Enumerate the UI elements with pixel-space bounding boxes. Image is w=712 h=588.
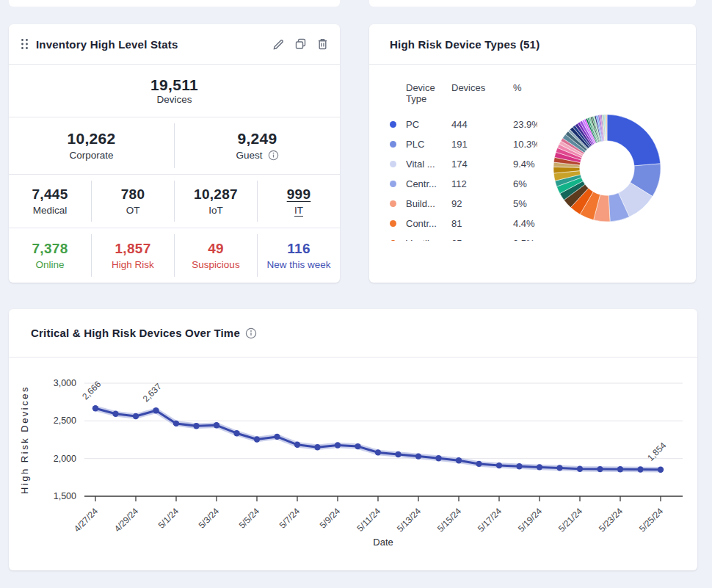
- device-type-label: PLC: [406, 139, 451, 150]
- data-point[interactable]: [294, 442, 300, 448]
- data-point[interactable]: [375, 449, 381, 455]
- data-point[interactable]: [355, 443, 360, 449]
- legend-dot: [390, 240, 396, 241]
- clipped-card-top-right: [369, 0, 696, 7]
- data-point[interactable]: [233, 430, 239, 436]
- device-types-table: DeviceTypeDevices%PC44423.9%PLC19110.3%V…: [390, 82, 537, 241]
- table-row[interactable]: Contr...814.4%: [390, 214, 537, 233]
- data-point[interactable]: [214, 422, 219, 428]
- x-tick-label: 5/5/24: [237, 506, 262, 531]
- clipped-card-top-left: [9, 0, 340, 7]
- legend-dot: [390, 161, 396, 167]
- card-title: Critical & High Risk Devices Over Time: [31, 327, 240, 339]
- data-point[interactable]: [92, 405, 98, 411]
- data-point[interactable]: [556, 465, 562, 471]
- device-pct: 4.4%: [513, 218, 537, 229]
- donut-slice[interactable]: [607, 115, 661, 166]
- info-icon[interactable]: [245, 327, 257, 339]
- dashboard-page: { "inventory_card": { "title": "Inventor…: [0, 0, 712, 588]
- edit-icon[interactable]: [272, 38, 285, 51]
- device-pct: 23.9%: [513, 119, 537, 130]
- point-value-label: 2,666: [80, 379, 103, 402]
- data-point[interactable]: [516, 463, 522, 469]
- table-row[interactable]: Ventil...653.5%: [390, 233, 537, 241]
- total-devices-value: 19,511: [150, 76, 198, 94]
- data-point[interactable]: [637, 466, 643, 472]
- data-point[interactable]: [658, 467, 664, 473]
- table-row[interactable]: PC44423.9%: [390, 115, 537, 134]
- trend-line-halo: [95, 408, 661, 469]
- table-header: DeviceTypeDevices%: [390, 82, 537, 115]
- online-stat: 7,378 Online: [9, 234, 91, 277]
- x-tick-label: 5/7/24: [277, 506, 302, 531]
- x-tick-label: 5/23/24: [597, 506, 625, 534]
- corporate-stat: 10,262 Corporate: [9, 123, 174, 167]
- device-count: 112: [451, 178, 513, 189]
- data-point[interactable]: [577, 466, 583, 472]
- category-row: 7,445 Medical 780 OT 10,287 IoT 999 IT: [9, 175, 340, 228]
- x-tick-label: 5/3/24: [197, 506, 222, 531]
- data-point[interactable]: [314, 444, 320, 450]
- legend-dot: [390, 220, 396, 227]
- device-count: 92: [451, 198, 513, 209]
- guest-value: 9,249: [237, 130, 277, 148]
- copy-icon[interactable]: [295, 38, 307, 50]
- x-tick-label: 4/27/24: [72, 506, 100, 534]
- data-point[interactable]: [335, 442, 341, 448]
- device-pct: 6%: [513, 178, 537, 189]
- data-point[interactable]: [173, 421, 179, 427]
- point-value-label: 2,637: [141, 381, 164, 404]
- device-count: 81: [451, 218, 513, 229]
- trend-chart-area[interactable]: 1,5002,0002,5003,0004/27/244/29/245/1/24…: [9, 357, 697, 570]
- x-tick-label: 4/29/24: [112, 506, 140, 534]
- data-point[interactable]: [456, 457, 462, 463]
- data-point[interactable]: [597, 466, 603, 472]
- corporate-value: 10,262: [67, 130, 115, 148]
- data-point[interactable]: [133, 413, 139, 419]
- data-point[interactable]: [476, 461, 482, 467]
- data-point[interactable]: [112, 411, 118, 417]
- device-pct: 3.5%: [513, 238, 537, 241]
- data-point[interactable]: [617, 466, 623, 472]
- x-tick-label: 5/11/24: [355, 506, 383, 534]
- trend-card: Critical & High Risk Devices Over Time 1…: [9, 309, 697, 570]
- data-point[interactable]: [153, 407, 159, 413]
- device-types-donut-chart[interactable]: [537, 98, 677, 238]
- total-devices-stat: 19,511 Devices: [9, 65, 340, 117]
- inventory-stats-card: Inventory High Level Stats: [9, 24, 340, 283]
- data-point[interactable]: [415, 453, 421, 459]
- guest-label: Guest: [236, 150, 262, 161]
- new-this-week-stat: 116 New this week: [257, 234, 340, 277]
- legend-dot: [390, 181, 396, 187]
- table-row[interactable]: Build...925%: [390, 194, 537, 214]
- device-pct: 10.3%: [513, 139, 537, 150]
- data-point[interactable]: [193, 423, 199, 429]
- data-point[interactable]: [435, 455, 441, 461]
- it-stat-link[interactable]: 999 IT: [257, 181, 340, 222]
- table-row[interactable]: Centr...1126%: [390, 174, 537, 194]
- device-types-card: High Risk Device Types (51) DeviceTypeDe…: [369, 24, 696, 283]
- data-point[interactable]: [274, 434, 280, 440]
- device-count: 174: [451, 159, 513, 170]
- data-point[interactable]: [254, 436, 260, 442]
- inventory-card-header: Inventory High Level Stats: [9, 24, 340, 65]
- x-tick-label: 5/17/24: [476, 506, 504, 534]
- info-icon[interactable]: [268, 150, 279, 161]
- x-axis-title: Date: [373, 537, 393, 548]
- trash-icon[interactable]: [317, 38, 328, 50]
- x-tick-label: 5/21/24: [556, 506, 584, 534]
- data-point[interactable]: [496, 462, 502, 468]
- table-row[interactable]: PLC19110.3%: [390, 134, 537, 154]
- data-point[interactable]: [537, 464, 542, 470]
- drag-handle-icon[interactable]: [21, 38, 29, 50]
- table-row[interactable]: Vital ...1749.4%: [390, 154, 537, 174]
- data-point[interactable]: [395, 451, 401, 457]
- guest-stat: 9,249 Guest: [174, 123, 340, 167]
- x-tick-label: 5/15/24: [435, 506, 463, 534]
- device-type-label: PC: [406, 119, 451, 130]
- x-tick-label: 5/1/24: [156, 506, 181, 531]
- device-types-card-header: High Risk Device Types (51): [369, 24, 696, 65]
- card-title: Inventory High Level Stats: [36, 38, 178, 51]
- corporate-label: Corporate: [69, 150, 113, 161]
- ot-stat: 780 OT: [91, 181, 174, 222]
